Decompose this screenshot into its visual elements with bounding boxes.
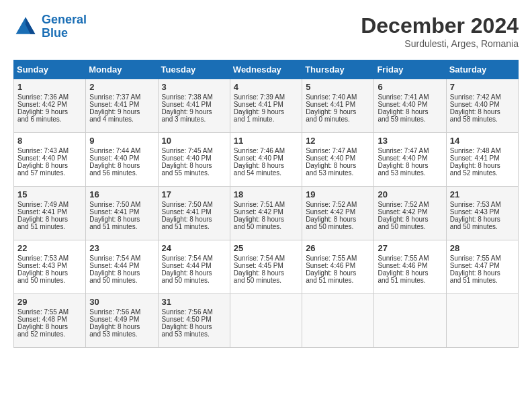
calendar-body: 1Sunrise: 7:36 AMSunset: 4:42 PMDaylight… bbox=[14, 79, 519, 348]
calendar-cell: 1Sunrise: 7:36 AMSunset: 4:42 PMDaylight… bbox=[14, 79, 86, 133]
cell-info-line: and 50 minutes. bbox=[378, 223, 442, 230]
cell-info-line: Sunrise: 7:39 AM bbox=[234, 93, 298, 101]
cell-info-line: Sunrise: 7:50 AM bbox=[89, 201, 154, 208]
cell-info-line: Sunset: 4:41 PM bbox=[17, 208, 82, 216]
cell-info-line: Sunset: 4:41 PM bbox=[306, 101, 370, 108]
cell-info-line: Sunrise: 7:51 AM bbox=[234, 201, 298, 208]
cell-info-line: Sunrise: 7:45 AM bbox=[162, 147, 226, 154]
cell-info-line: Sunset: 4:42 PM bbox=[306, 208, 370, 216]
cell-info-line: and 58 minutes. bbox=[450, 116, 515, 123]
calendar-week-2: 8Sunrise: 7:43 AMSunset: 4:40 PMDaylight… bbox=[14, 133, 519, 187]
cell-info-line: and 59 minutes. bbox=[378, 116, 442, 123]
header-sunday: Sunday bbox=[14, 60, 86, 79]
calendar-cell: 18Sunrise: 7:51 AMSunset: 4:42 PMDayligh… bbox=[230, 187, 302, 240]
calendar-cell: 9Sunrise: 7:44 AMSunset: 4:40 PMDaylight… bbox=[86, 133, 158, 187]
day-number: 8 bbox=[17, 136, 82, 146]
cell-info-line: Daylight: 8 hours bbox=[234, 216, 298, 223]
cell-info-line: Sunrise: 7:47 AM bbox=[306, 147, 370, 154]
cell-info-line: Daylight: 9 hours bbox=[162, 108, 226, 116]
cell-info-line: and 1 minute. bbox=[234, 116, 298, 123]
cell-info-line: and 54 minutes. bbox=[234, 169, 298, 177]
cell-info-line: Sunset: 4:40 PM bbox=[89, 154, 154, 162]
cell-info-line: Sunrise: 7:55 AM bbox=[306, 255, 370, 262]
cell-info-line: Sunrise: 7:53 AM bbox=[17, 255, 82, 262]
calendar-cell: 14Sunrise: 7:48 AMSunset: 4:41 PMDayligh… bbox=[446, 133, 518, 187]
calendar-cell bbox=[230, 294, 302, 348]
cell-info-line: and 3 minutes. bbox=[162, 116, 226, 123]
calendar-cell: 10Sunrise: 7:45 AMSunset: 4:40 PMDayligh… bbox=[158, 133, 230, 187]
calendar-cell: 19Sunrise: 7:52 AMSunset: 4:42 PMDayligh… bbox=[302, 187, 374, 240]
cell-info-line: Sunset: 4:46 PM bbox=[306, 262, 370, 269]
calendar-header-row: SundayMondayTuesdayWednesdayThursdayFrid… bbox=[14, 60, 519, 79]
calendar-cell: 2Sunrise: 7:37 AMSunset: 4:41 PMDaylight… bbox=[86, 79, 158, 133]
cell-info-line: Daylight: 8 hours bbox=[450, 269, 515, 277]
day-number: 16 bbox=[89, 189, 154, 199]
calendar-cell: 12Sunrise: 7:47 AMSunset: 4:40 PMDayligh… bbox=[302, 133, 374, 187]
cell-info-line: Sunset: 4:40 PM bbox=[450, 101, 515, 108]
day-number: 29 bbox=[17, 297, 82, 307]
cell-info-line: and 50 minutes. bbox=[306, 223, 370, 230]
cell-info-line: Sunset: 4:47 PM bbox=[450, 262, 515, 269]
day-number: 5 bbox=[306, 82, 370, 92]
cell-info-line: Daylight: 8 hours bbox=[162, 323, 226, 330]
calendar-cell bbox=[374, 294, 446, 348]
cell-info-line: Sunset: 4:40 PM bbox=[306, 154, 370, 162]
header-wednesday: Wednesday bbox=[230, 60, 302, 79]
cell-info-line: and 53 minutes. bbox=[89, 330, 154, 338]
cell-info-line: Daylight: 8 hours bbox=[89, 162, 154, 169]
cell-info-line: Sunset: 4:41 PM bbox=[162, 208, 226, 216]
cell-info-line: Sunset: 4:44 PM bbox=[162, 262, 226, 269]
cell-info-line: Sunrise: 7:42 AM bbox=[450, 93, 515, 101]
cell-info-line: Sunset: 4:48 PM bbox=[17, 316, 82, 323]
cell-info-line: Daylight: 8 hours bbox=[17, 216, 82, 223]
day-number: 6 bbox=[378, 82, 442, 92]
day-number: 20 bbox=[378, 189, 442, 199]
calendar-cell: 22Sunrise: 7:53 AMSunset: 4:43 PMDayligh… bbox=[14, 240, 86, 294]
calendar-cell: 17Sunrise: 7:50 AMSunset: 4:41 PMDayligh… bbox=[158, 187, 230, 240]
day-number: 3 bbox=[162, 82, 226, 92]
cell-info-line: Sunset: 4:41 PM bbox=[162, 101, 226, 108]
cell-info-line: and 51 minutes. bbox=[378, 277, 442, 284]
cell-info-line: Sunrise: 7:54 AM bbox=[234, 255, 298, 262]
day-number: 26 bbox=[306, 243, 370, 253]
cell-info-line: and 57 minutes. bbox=[17, 169, 82, 177]
day-number: 9 bbox=[89, 136, 154, 146]
day-number: 21 bbox=[450, 189, 515, 199]
cell-info-line: Daylight: 9 hours bbox=[234, 108, 298, 116]
logo-icon bbox=[13, 15, 38, 39]
calendar-cell: 5Sunrise: 7:40 AMSunset: 4:41 PMDaylight… bbox=[302, 79, 374, 133]
calendar-cell: 15Sunrise: 7:49 AMSunset: 4:41 PMDayligh… bbox=[14, 187, 86, 240]
cell-info-line: and 51 minutes. bbox=[17, 223, 82, 230]
day-number: 10 bbox=[162, 136, 226, 146]
cell-info-line: Sunset: 4:42 PM bbox=[378, 208, 442, 216]
day-number: 14 bbox=[450, 136, 515, 146]
header-monday: Monday bbox=[86, 60, 158, 79]
day-number: 11 bbox=[234, 136, 298, 146]
cell-info-line: and 50 minutes. bbox=[450, 223, 515, 230]
cell-info-line: Sunrise: 7:50 AM bbox=[162, 201, 226, 208]
cell-info-line: Daylight: 8 hours bbox=[162, 269, 226, 277]
cell-info-line: and 55 minutes. bbox=[162, 169, 226, 177]
cell-info-line: and 51 minutes. bbox=[89, 223, 154, 230]
calendar-cell: 16Sunrise: 7:50 AMSunset: 4:41 PMDayligh… bbox=[86, 187, 158, 240]
cell-info-line: Daylight: 8 hours bbox=[450, 108, 515, 116]
cell-info-line: Sunset: 4:49 PM bbox=[89, 316, 154, 323]
cell-info-line: and 50 minutes. bbox=[234, 223, 298, 230]
cell-info-line: Sunrise: 7:38 AM bbox=[162, 93, 226, 101]
calendar-cell: 26Sunrise: 7:55 AMSunset: 4:46 PMDayligh… bbox=[302, 240, 374, 294]
logo-blue: Blue bbox=[42, 26, 68, 40]
day-number: 7 bbox=[450, 82, 515, 92]
location: Surdulesti, Arges, Romania bbox=[361, 38, 519, 49]
cell-info-line: Daylight: 8 hours bbox=[450, 162, 515, 169]
header-thursday: Thursday bbox=[302, 60, 374, 79]
cell-info-line: Sunset: 4:40 PM bbox=[162, 154, 226, 162]
cell-info-line: Sunrise: 7:55 AM bbox=[450, 255, 515, 262]
cell-info-line: Daylight: 8 hours bbox=[89, 269, 154, 277]
cell-info-line: and 50 minutes. bbox=[234, 277, 298, 284]
cell-info-line: Sunrise: 7:54 AM bbox=[162, 255, 226, 262]
day-number: 15 bbox=[17, 189, 82, 199]
title-area: December 2024 Surdulesti, Arges, Romania bbox=[361, 13, 519, 49]
calendar-cell: 28Sunrise: 7:55 AMSunset: 4:47 PMDayligh… bbox=[446, 240, 518, 294]
cell-info-line: and 50 minutes. bbox=[89, 277, 154, 284]
cell-info-line: Sunset: 4:41 PM bbox=[234, 101, 298, 108]
